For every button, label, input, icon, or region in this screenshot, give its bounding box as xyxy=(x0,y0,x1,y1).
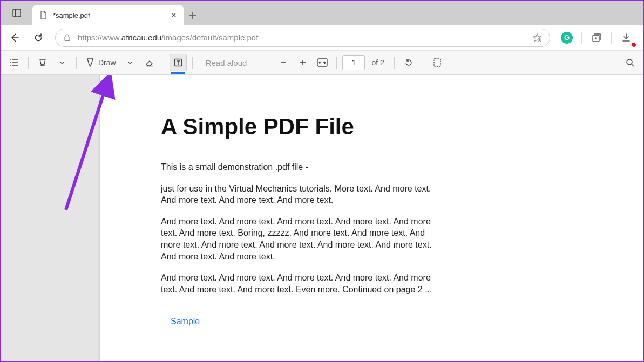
file-icon xyxy=(39,11,48,19)
list-icon xyxy=(9,58,19,67)
svg-point-12 xyxy=(10,62,11,63)
browser-tab[interactable]: *sample.pdf ✕ xyxy=(32,5,184,25)
highlight-button[interactable] xyxy=(34,54,51,71)
page-view-button[interactable] xyxy=(429,54,446,71)
titlebar: *sample.pdf ✕ xyxy=(1,1,643,25)
url-path: /images/default/sample.pdf xyxy=(161,33,258,42)
favorite-icon[interactable] xyxy=(532,33,542,43)
divider xyxy=(581,32,582,44)
pdf-viewport[interactable]: A Simple PDF File This is a small demons… xyxy=(1,75,643,361)
svg-rect-4 xyxy=(65,37,70,41)
address-bar[interactable]: https://www.africau.edu/images/default/s… xyxy=(55,29,550,47)
erase-button[interactable] xyxy=(141,54,158,71)
pdf-toolbar-wrap: Draw Read aloud of 2 xyxy=(1,51,643,75)
pdf-paragraph: This is a small demonstration .pdf file … xyxy=(161,161,447,173)
refresh-button[interactable] xyxy=(28,28,49,47)
collections-icon xyxy=(591,32,602,43)
nav-right: G xyxy=(557,28,640,47)
separator xyxy=(28,57,29,69)
page-view-icon xyxy=(432,58,442,67)
url-domain: africau.edu xyxy=(121,33,161,42)
plus-icon xyxy=(299,58,307,67)
refresh-icon xyxy=(33,33,43,43)
svg-rect-24 xyxy=(317,59,327,66)
pdf-toolbar: Draw Read aloud of 2 xyxy=(1,51,643,74)
grammarly-icon: G xyxy=(561,32,573,44)
downloads-button[interactable] xyxy=(616,28,636,47)
tab-actions-icon xyxy=(12,8,22,18)
eraser-icon xyxy=(145,58,154,67)
separator xyxy=(164,57,164,69)
back-button[interactable] xyxy=(4,28,25,47)
text-box-icon xyxy=(173,58,183,67)
url-text: https://www.africau.edu/images/default/s… xyxy=(78,33,526,42)
page-total-label: of 2 xyxy=(371,58,384,67)
svg-point-26 xyxy=(627,59,632,65)
separator xyxy=(394,57,395,69)
contents-button[interactable] xyxy=(5,54,23,71)
draw-dropdown[interactable] xyxy=(121,54,139,71)
tab-title: *sample.pdf xyxy=(53,11,165,19)
draw-button[interactable]: Draw xyxy=(82,54,119,71)
plus-icon xyxy=(189,12,196,19)
search-icon xyxy=(625,58,635,67)
zoom-in-button[interactable] xyxy=(294,54,311,71)
minus-icon xyxy=(279,58,288,67)
pdf-paragraph: And more text. And more text. And more t… xyxy=(161,216,447,262)
separator xyxy=(192,57,193,69)
fit-page-button[interactable] xyxy=(314,54,331,71)
draw-label: Draw xyxy=(98,58,116,67)
read-aloud-button[interactable]: Read aloud xyxy=(198,54,255,71)
svg-point-13 xyxy=(10,65,11,66)
divider xyxy=(611,32,612,44)
url-prefix: https://www. xyxy=(78,33,121,42)
pdf-paragraph: just for use in the Virtual Mechanics tu… xyxy=(161,183,447,206)
fit-width-icon xyxy=(317,58,328,67)
pdf-body: This is a small demonstration .pdf file … xyxy=(161,161,447,327)
tab-close-button[interactable]: ✕ xyxy=(171,11,177,19)
lock-icon xyxy=(63,33,71,42)
arrow-left-icon xyxy=(9,32,20,43)
chevron-down-icon xyxy=(127,60,133,65)
svg-line-27 xyxy=(632,64,634,66)
zoom-out-button[interactable] xyxy=(275,54,292,71)
separator xyxy=(423,57,423,69)
svg-point-11 xyxy=(10,59,11,60)
chevron-down-icon xyxy=(59,60,65,65)
new-tab-button[interactable] xyxy=(184,6,202,25)
collections-button[interactable] xyxy=(586,28,607,47)
pdf-title: A Simple PDF File xyxy=(161,114,643,140)
navbar: https://www.africau.edu/images/default/s… xyxy=(1,25,643,51)
add-text-button[interactable] xyxy=(170,54,187,71)
find-button[interactable] xyxy=(621,54,639,71)
separator xyxy=(336,57,337,69)
grammarly-button[interactable]: G xyxy=(557,28,577,47)
pdf-paragraph: And more text. And more text. And more t… xyxy=(161,272,447,295)
svg-rect-25 xyxy=(434,59,440,66)
page-number-input[interactable] xyxy=(342,55,365,70)
download-icon xyxy=(621,32,632,43)
svg-rect-0 xyxy=(13,9,21,17)
rotate-button[interactable] xyxy=(400,54,417,71)
tab-actions-button[interactable] xyxy=(1,1,32,25)
read-aloud-label: Read aloud xyxy=(201,58,252,67)
highlight-dropdown[interactable] xyxy=(53,54,71,71)
download-error-badge xyxy=(631,42,636,47)
pdf-sample-link[interactable]: Sample xyxy=(171,316,200,327)
pen-icon xyxy=(85,58,95,67)
highlighter-icon xyxy=(38,58,48,67)
separator xyxy=(76,57,77,69)
pdf-page: A Simple PDF File This is a small demons… xyxy=(100,75,643,361)
rotate-icon xyxy=(404,58,413,67)
